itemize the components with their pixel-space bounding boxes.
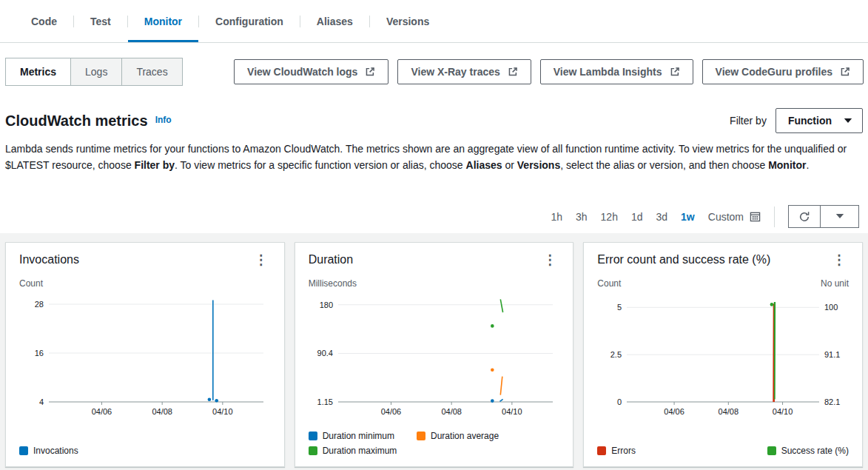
description-bold-monitor: Monitor [768, 159, 806, 171]
description-bold-filter-by: Filter by [135, 159, 175, 171]
tab-configuration[interactable]: Configuration [199, 0, 300, 42]
svg-text:04/08: 04/08 [152, 407, 172, 416]
legend-swatch [309, 432, 317, 440]
description-text: . To view metrics for a specific functio… [175, 159, 465, 171]
subtab-metrics[interactable]: Metrics [6, 58, 71, 85]
view-cloudwatch-logs-button[interactable]: View CloudWatch logs [234, 59, 388, 84]
tab-aliases[interactable]: Aliases [300, 0, 369, 42]
legend-label: Duration maximum [323, 446, 397, 456]
chart-title-duration: Duration [309, 253, 353, 266]
chart-title-invocations: Invocations [19, 253, 79, 266]
chart-menu-button[interactable]: ⋮ [830, 253, 849, 266]
filter-function-select[interactable]: Function [776, 108, 863, 133]
external-actions: View CloudWatch logs View X-Ray traces V… [234, 59, 864, 84]
legend-item[interactable]: Duration maximum [309, 446, 397, 456]
legend-item[interactable]: Duration minimum [309, 431, 394, 441]
external-link-icon [508, 67, 518, 77]
svg-text:04/08: 04/08 [719, 407, 739, 416]
divider [774, 207, 775, 227]
svg-text:82.1: 82.1 [824, 397, 840, 406]
metrics-header: CloudWatch metrics Info Filter by Functi… [0, 86, 868, 138]
chart-menu-button[interactable]: ⋮ [540, 253, 559, 266]
legend-item[interactable]: Duration average [417, 431, 499, 441]
chart-menu-button[interactable]: ⋮ [252, 253, 271, 266]
subtab-logs[interactable]: Logs [71, 58, 122, 85]
y-axis-unit-right: No unit [821, 278, 849, 289]
invocations-chart[interactable]: 4162804/0604/0804/10 [19, 290, 271, 422]
calendar-icon [750, 211, 761, 222]
description-bold-aliases: Aliases [466, 159, 502, 171]
legend-swatch [767, 446, 776, 455]
time-range-1w[interactable]: 1w [681, 211, 695, 223]
view-codeguru-profiles-button[interactable]: View CodeGuru profiles [702, 59, 864, 84]
legend-swatch [19, 446, 28, 455]
svg-text:180: 180 [319, 301, 332, 309]
y-axis-unit: Count [19, 278, 43, 289]
button-label: View CodeGuru profiles [716, 66, 832, 78]
button-label: View CloudWatch logs [247, 66, 357, 78]
legend-item[interactable]: Invocations [19, 446, 78, 456]
error-success-card: Error count and success rate (%) ⋮ Count… [583, 242, 863, 467]
filter-selected-value: Function [788, 115, 832, 127]
legend-item[interactable]: Errors [597, 446, 636, 456]
time-range-1d[interactable]: 1d [631, 211, 643, 223]
svg-text:04/06: 04/06 [92, 407, 112, 416]
time-range-bar: 1h 3h 12h 1d 3d 1w Custom [0, 200, 868, 233]
chevron-down-icon [844, 118, 852, 124]
refresh-options-button[interactable] [821, 205, 859, 228]
legend-swatch [417, 432, 425, 440]
refresh-button[interactable] [788, 205, 821, 228]
duration-chart[interactable]: 1.1590.418004/0604/0804/10 [309, 290, 560, 422]
tab-monitor[interactable]: Monitor [128, 0, 198, 42]
refresh-icon [798, 211, 810, 223]
info-link[interactable]: Info [155, 115, 172, 125]
chevron-down-icon [835, 213, 844, 220]
legend-label: Success rate (%) [781, 446, 849, 456]
svg-text:04/06: 04/06 [380, 407, 401, 416]
metrics-dashboard: 1h 3h 12h 1d 3d 1w Custom Invocations ⋮ [0, 200, 868, 470]
legend-item[interactable]: Success rate (%) [767, 446, 849, 456]
subtab-traces[interactable]: Traces [122, 58, 181, 85]
svg-text:04/08: 04/08 [441, 407, 462, 416]
monitor-subtabs: Metrics Logs Traces [5, 58, 183, 86]
svg-text:0: 0 [617, 397, 622, 406]
error-success-chart[interactable]: 02.5582.191.110004/0604/0804/10 [597, 290, 849, 422]
external-link-icon [840, 67, 850, 77]
svg-text:28: 28 [35, 300, 44, 309]
metrics-description: Lambda sends runtime metrics for your fu… [0, 138, 868, 173]
chart-legend: ErrorsSuccess rate (%) [597, 437, 849, 456]
legend-label: Invocations [33, 446, 78, 456]
time-range-custom[interactable]: Custom [708, 211, 761, 223]
chart-legend: Duration minimumDuration averageDuration… [309, 422, 560, 456]
svg-text:5: 5 [617, 303, 622, 312]
time-range-3h[interactable]: 3h [576, 211, 588, 223]
description-text: or [502, 159, 517, 171]
tab-code[interactable]: Code [15, 0, 73, 42]
external-link-icon [670, 67, 680, 77]
description-text: . [806, 159, 809, 171]
svg-text:100: 100 [824, 303, 838, 312]
description-bold-versions: Versions [517, 159, 560, 171]
invocations-card: Invocations ⋮ Count 4162804/0604/0804/10… [5, 242, 285, 467]
svg-text:91.1: 91.1 [824, 350, 840, 359]
tab-test[interactable]: Test [74, 0, 127, 42]
time-range-3d[interactable]: 3d [656, 211, 668, 223]
button-label: View X-Ray traces [411, 66, 499, 78]
svg-text:4: 4 [39, 397, 44, 406]
svg-text:1.15: 1.15 [317, 397, 332, 406]
svg-text:04/10: 04/10 [773, 407, 793, 416]
legend-label: Duration minimum [323, 431, 394, 441]
svg-text:90.4: 90.4 [317, 349, 332, 357]
button-label: View Lambda Insights [554, 66, 662, 78]
external-link-icon [365, 67, 375, 77]
description-text: , select the alias or version, and then … [560, 159, 768, 171]
chart-cards: Invocations ⋮ Count 4162804/0604/0804/10… [0, 233, 868, 470]
legend-swatch [597, 446, 606, 455]
time-range-1h[interactable]: 1h [551, 211, 562, 223]
y-axis-unit: Milliseconds [309, 278, 357, 289]
tab-versions[interactable]: Versions [370, 0, 445, 42]
view-lambda-insights-button[interactable]: View Lambda Insights [540, 59, 693, 84]
svg-text:04/10: 04/10 [502, 407, 522, 416]
view-xray-traces-button[interactable]: View X-Ray traces [397, 59, 531, 84]
time-range-12h[interactable]: 12h [601, 211, 618, 223]
